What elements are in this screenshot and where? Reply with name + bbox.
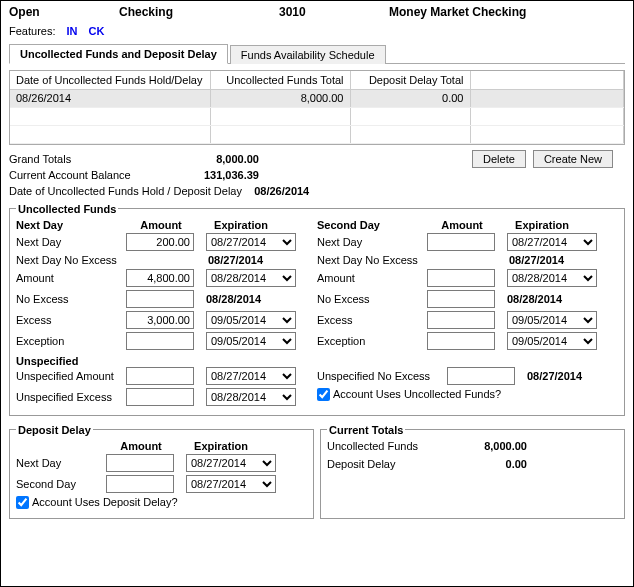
features-label: Features: [9, 25, 55, 37]
r-exception-label: Exception [317, 335, 427, 347]
dd-col-amount: Amount [106, 440, 176, 452]
col-expiration2: Expiration [497, 219, 587, 231]
col-amount2: Amount [427, 219, 497, 231]
ct-dd-value: 0.00 [457, 458, 527, 470]
unspec-ne-exp: 08/27/2014 [527, 370, 582, 382]
deposit-delay-group: Deposit Delay Amount Expiration Next Day… [9, 424, 314, 519]
col-expiration: Expiration [196, 219, 286, 231]
name-text: Money Market Checking [389, 5, 526, 19]
uses-dd-label: Account Uses Deposit Delay? [32, 496, 178, 508]
excess-exp-select[interactable]: 09/05/2014 [206, 311, 296, 329]
ct-legend: Current Totals [327, 424, 405, 436]
excess-label: Excess [16, 314, 126, 326]
r-excess-input[interactable] [427, 311, 495, 329]
balance-label: Current Account Balance [9, 169, 159, 181]
r-next-day-label: Next Day [317, 236, 427, 248]
grid-header-date: Date of Uncollected Funds Hold/Delay [10, 71, 210, 89]
r-no-excess-label: No Excess [317, 293, 427, 305]
dd-next-day-input[interactable] [106, 454, 174, 472]
r-exception-input[interactable] [427, 332, 495, 350]
r-no-excess-input[interactable] [427, 290, 495, 308]
next-day-label: Next Day [16, 236, 126, 248]
unspec-ne-input[interactable] [447, 367, 515, 385]
uses-dd-checkbox[interactable] [16, 496, 29, 509]
feature-link-in[interactable]: IN [67, 25, 78, 37]
table-row[interactable] [10, 107, 624, 125]
ct-ucf-value: 8,000.00 [457, 440, 527, 452]
feature-link-ck[interactable]: CK [89, 25, 105, 37]
dd-legend: Deposit Delay [16, 424, 93, 436]
cell-date: 08/26/2014 [10, 89, 210, 107]
r-amount-exp-select[interactable]: 08/28/2014 [507, 269, 597, 287]
dd-next-day-exp-select[interactable]: 08/27/2014 [186, 454, 276, 472]
holds-grid[interactable]: Date of Uncollected Funds Hold/Delay Unc… [9, 70, 625, 145]
current-totals-group: Current Totals Uncollected Funds 8,000.0… [320, 424, 625, 519]
col-amount: Amount [126, 219, 196, 231]
col-next-day: Next Day [16, 219, 126, 231]
features-row: Features: IN CK [9, 25, 625, 37]
dd-col-exp: Expiration [176, 440, 266, 452]
r-amount-label: Amount [317, 272, 427, 284]
account-header: Open Checking 3010 Money Market Checking [9, 5, 625, 19]
excess-input[interactable] [126, 311, 194, 329]
amount-input[interactable] [126, 269, 194, 287]
date-hold-value: 08/26/2014 [254, 185, 309, 197]
exception-exp-select[interactable]: 09/05/2014 [206, 332, 296, 350]
r-next-day-input[interactable] [427, 233, 495, 251]
next-day-exp-select[interactable]: 08/27/2014 [206, 233, 296, 251]
no-excess-input[interactable] [126, 290, 194, 308]
r-amount-input[interactable] [427, 269, 495, 287]
uncollected-funds-group: Uncollected Funds Next Day Amount Expira… [9, 203, 625, 416]
status-text: Open [9, 5, 119, 19]
exception-label: Exception [16, 335, 126, 347]
r-excess-exp-select[interactable]: 09/05/2014 [507, 311, 597, 329]
unspec-excess-input[interactable] [126, 388, 194, 406]
unspec-excess-exp-select[interactable]: 08/28/2014 [206, 388, 296, 406]
grand-totals-label: Grand Totals [9, 153, 159, 165]
r-exception-exp-select[interactable]: 09/05/2014 [507, 332, 597, 350]
dd-second-day-input[interactable] [106, 475, 174, 493]
tab-uncollected-funds[interactable]: Uncollected Funds and Deposit Delay [9, 44, 228, 64]
r-next-day-ne-label: Next Day No Excess [317, 254, 427, 266]
no-excess-exp: 08/28/2014 [206, 293, 296, 305]
dd-second-day-exp-select[interactable]: 08/27/2014 [186, 475, 276, 493]
unspecified-legend: Unspecified [16, 355, 618, 367]
cell-dd: 0.00 [350, 89, 470, 107]
tab-funds-availability[interactable]: Funds Availability Schedule [230, 45, 386, 64]
uses-ucf-label: Account Uses Uncollected Funds? [333, 388, 501, 400]
exception-input[interactable] [126, 332, 194, 350]
unspec-amount-exp-select[interactable]: 08/27/2014 [206, 367, 296, 385]
code-text: 3010 [279, 5, 389, 19]
next-day-amount-input[interactable] [126, 233, 194, 251]
unspec-amount-input[interactable] [126, 367, 194, 385]
amount-exp-select[interactable]: 08/28/2014 [206, 269, 296, 287]
next-day-ne-label: Next Day No Excess [16, 254, 126, 266]
r-next-day-exp-select[interactable]: 08/27/2014 [507, 233, 597, 251]
unspec-ne-label: Unspecified No Excess [317, 370, 447, 382]
unspec-excess-label: Unspecified Excess [16, 391, 126, 403]
cell-ucf: 8,000.00 [210, 89, 350, 107]
delete-button[interactable]: Delete [472, 150, 526, 168]
dd-second-day-label: Second Day [16, 478, 106, 490]
uses-ucf-checkbox[interactable] [317, 388, 330, 401]
grand-totals-value: 8,000.00 [159, 153, 259, 165]
grid-header-ucf: Uncollected Funds Total [210, 71, 350, 89]
tab-bar: Uncollected Funds and Deposit Delay Fund… [9, 43, 625, 64]
no-excess-label: No Excess [16, 293, 126, 305]
ct-ucf-label: Uncollected Funds [327, 440, 457, 452]
unspec-amount-label: Unspecified Amount [16, 370, 126, 382]
col-second-day: Second Day [317, 219, 427, 231]
ucf-legend: Uncollected Funds [16, 203, 118, 215]
table-row[interactable] [10, 125, 624, 143]
dd-next-day-label: Next Day [16, 457, 106, 469]
create-new-button[interactable]: Create New [533, 150, 613, 168]
table-row[interactable]: 08/26/2014 8,000.00 0.00 [10, 89, 624, 107]
amount-label: Amount [16, 272, 126, 284]
date-hold-label: Date of Uncollected Funds Hold / Deposit… [9, 185, 242, 197]
r-next-day-ne-exp: 08/27/2014 [509, 254, 599, 266]
grid-header-blank [470, 71, 624, 89]
r-excess-label: Excess [317, 314, 427, 326]
grid-header-dd: Deposit Delay Total [350, 71, 470, 89]
balance-value: 131,036.39 [159, 169, 259, 181]
r-no-excess-exp: 08/28/2014 [507, 293, 597, 305]
